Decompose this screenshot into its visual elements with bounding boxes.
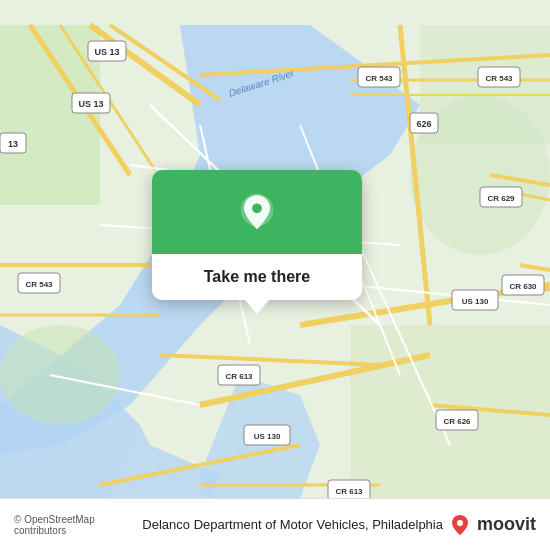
- copyright-text: © OpenStreetMap contributors: [14, 514, 134, 536]
- take-me-there-button[interactable]: Take me there: [152, 254, 362, 300]
- svg-text:13: 13: [8, 139, 18, 149]
- svg-text:CR 626: CR 626: [443, 417, 471, 426]
- svg-point-69: [252, 203, 262, 213]
- bottom-bar: © OpenStreetMap contributors Delanco Dep…: [0, 498, 550, 550]
- svg-text:CR 543: CR 543: [25, 280, 53, 289]
- svg-text:US 13: US 13: [78, 99, 103, 109]
- svg-text:CR 543: CR 543: [485, 74, 513, 83]
- moovit-text: moovit: [477, 514, 536, 535]
- svg-text:US 13: US 13: [94, 47, 119, 57]
- svg-text:US 130: US 130: [254, 432, 281, 441]
- moovit-logo: moovit: [477, 514, 536, 535]
- svg-text:CR 613: CR 613: [335, 487, 363, 496]
- map-container: US 13 US 13 13 CR 543 CR 543 626 CR 629 …: [0, 0, 550, 550]
- location-label: Delanco Department of Motor Vehicles, Ph…: [142, 517, 443, 532]
- card-pointer: [245, 300, 269, 314]
- pin-icon: [235, 192, 279, 236]
- svg-text:CR 543: CR 543: [365, 74, 393, 83]
- svg-text:626: 626: [416, 119, 431, 129]
- svg-point-70: [457, 520, 463, 526]
- card-header: [152, 170, 362, 254]
- moovit-pin-icon: [451, 514, 469, 536]
- svg-text:CR 630: CR 630: [509, 282, 537, 291]
- svg-text:CR 629: CR 629: [487, 194, 515, 203]
- svg-text:CR 613: CR 613: [225, 372, 253, 381]
- svg-point-6: [0, 325, 120, 425]
- take-me-there-card: Take me there: [152, 170, 362, 300]
- svg-text:US 130: US 130: [462, 297, 489, 306]
